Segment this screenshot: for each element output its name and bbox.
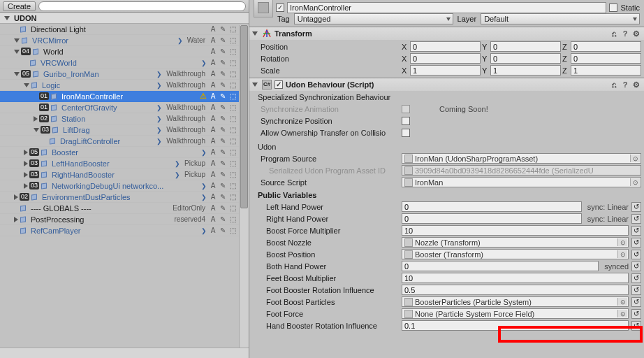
reset-value-button[interactable]: ↺ bbox=[631, 214, 641, 224]
lock-icon[interactable]: ⬚ bbox=[228, 92, 237, 101]
object-picker-icon[interactable]: ⊙ bbox=[617, 250, 627, 258]
edit-icon[interactable]: ✎ bbox=[218, 36, 228, 45]
lock-icon[interactable]: ⬚ bbox=[228, 136, 237, 146]
scrollbar-horizontal[interactable] bbox=[0, 348, 249, 358]
lock-icon[interactable]: ⬚ bbox=[228, 203, 237, 213]
hierarchy-item[interactable]: 03NetworkingDebugUi networkco...❯A✎⬚◉ bbox=[0, 180, 249, 192]
expand-toggle-icon[interactable] bbox=[14, 38, 20, 43]
prefab-arrow-icon[interactable]: ❯ bbox=[173, 160, 182, 167]
expand-toggle-icon[interactable] bbox=[14, 72, 20, 76]
layer-dropdown[interactable]: Default bbox=[481, 13, 640, 24]
hierarchy-item[interactable]: 01IronManController⚠A✎⬚◉ bbox=[0, 91, 249, 102]
object-reference-field[interactable]: Booster (Transform)⊙ bbox=[402, 249, 629, 259]
edit-icon[interactable]: ✎ bbox=[218, 181, 228, 191]
expand-toggle-icon[interactable] bbox=[24, 161, 28, 166]
lock-icon[interactable]: ⬚ bbox=[228, 114, 237, 124]
hierarchy-item[interactable]: 04WorldA✎⬚◉ bbox=[0, 46, 249, 57]
position-z-input[interactable]: 0 bbox=[571, 41, 641, 52]
scale-z-input[interactable]: 1 bbox=[571, 65, 641, 76]
lock-icon[interactable]: ⬚ bbox=[228, 170, 237, 180]
reset-value-button[interactable]: ↺ bbox=[631, 273, 641, 283]
lock-icon[interactable]: ⬚ bbox=[228, 69, 237, 79]
static-checkbox[interactable] bbox=[609, 3, 617, 12]
udon-header[interactable]: C# Udon Behaviour (Script) ⎌ ? ⚙ bbox=[249, 78, 644, 91]
position-y-input[interactable]: 0 bbox=[490, 41, 561, 52]
prefab-arrow-icon[interactable]: ❯ bbox=[200, 149, 208, 156]
object-reference-field[interactable]: None (Particle System Force Field)⊙ bbox=[402, 308, 629, 319]
expand-toggle-icon[interactable] bbox=[24, 172, 28, 178]
hierarchy-item[interactable]: 02EnvironmentDustParticles❯A✎⬚◉ bbox=[0, 192, 249, 203]
expand-toggle-icon[interactable] bbox=[24, 83, 29, 87]
edit-icon[interactable]: ✎ bbox=[218, 170, 228, 180]
static-toggle[interactable]: Static bbox=[609, 3, 640, 12]
expand-toggle-icon[interactable] bbox=[24, 183, 28, 189]
reset-value-button[interactable]: ↺ bbox=[631, 309, 641, 319]
edit-icon[interactable]: ✎ bbox=[218, 192, 228, 202]
object-picker-icon[interactable]: ⊙ bbox=[630, 155, 640, 162]
tag-dropdown[interactable]: Untagged bbox=[294, 13, 453, 24]
lock-icon[interactable]: ⬚ bbox=[228, 24, 237, 34]
gear-icon[interactable]: ⚙ bbox=[631, 29, 641, 38]
edit-icon[interactable]: ✎ bbox=[218, 136, 228, 146]
edit-icon[interactable]: ✎ bbox=[218, 125, 228, 135]
prefab-arrow-icon[interactable]: ❯ bbox=[176, 37, 184, 44]
rotation-y-input[interactable]: 0 bbox=[490, 53, 561, 64]
edit-icon[interactable]: ✎ bbox=[218, 92, 228, 101]
number-input[interactable]: 0.1 bbox=[402, 320, 629, 331]
prefab-arrow-icon[interactable]: ❯ bbox=[200, 194, 208, 201]
expand-toggle-icon[interactable] bbox=[34, 116, 38, 122]
hierarchy-item[interactable]: PostProcessingreserved4A✎⬚◉ bbox=[0, 214, 249, 225]
reset-value-button[interactable]: ↺ bbox=[631, 297, 641, 307]
hierarchy-item[interactable]: ---- GLOBALS ----EditorOnlyA✎⬚◉ bbox=[0, 203, 249, 214]
prefab-arrow-icon[interactable]: ❯ bbox=[155, 71, 163, 78]
hierarchy-item[interactable]: 05Booster❯A✎⬚◉ bbox=[0, 147, 249, 158]
lock-icon[interactable]: ⬚ bbox=[228, 36, 237, 45]
source-script-field[interactable]: IronMan⊙ bbox=[402, 177, 641, 187]
prefab-arrow-icon[interactable]: ❯ bbox=[200, 227, 208, 234]
object-picker-icon[interactable]: ⊙ bbox=[617, 298, 627, 306]
hierarchy-item[interactable]: 01CenterOfGravity❯WalkthroughA✎⬚◉ bbox=[0, 102, 249, 113]
hierarchy-item[interactable]: VRCMirror❯WaterA✎⬚◉ bbox=[0, 35, 249, 46]
number-input[interactable]: 0 bbox=[402, 213, 582, 224]
lock-icon[interactable]: ⬚ bbox=[228, 80, 237, 90]
hierarchy-item[interactable]: VRCWorld❯A✎⬚◉ bbox=[0, 57, 249, 69]
reset-value-button[interactable]: ↺ bbox=[631, 202, 641, 212]
lock-icon[interactable]: ⬚ bbox=[228, 58, 237, 68]
object-picker-icon[interactable]: ⊙ bbox=[617, 310, 627, 317]
hierarchy-item[interactable]: 03LiftDrag❯WalkthroughA✎⬚◉ bbox=[0, 124, 249, 136]
expand-toggle-icon[interactable] bbox=[14, 217, 18, 222]
scrollbar-thumb[interactable] bbox=[240, 25, 248, 208]
gear-icon[interactable]: ⚙ bbox=[631, 80, 641, 90]
expand-toggle-icon[interactable] bbox=[34, 128, 39, 132]
prefab-arrow-icon[interactable]: ❯ bbox=[155, 104, 163, 111]
edit-icon[interactable]: ✎ bbox=[218, 103, 228, 113]
edit-icon[interactable]: ✎ bbox=[218, 215, 228, 224]
hierarchy-item[interactable]: RefCamPlayer❯A✎⬚◉ bbox=[0, 225, 249, 236]
scale-x-input[interactable]: 1 bbox=[410, 65, 481, 76]
program-source-field[interactable]: IronMan (UdonSharpProgramAsset)⊙ bbox=[402, 153, 641, 164]
number-input[interactable]: 0 bbox=[402, 261, 599, 271]
rotation-z-input[interactable]: 0 bbox=[571, 53, 641, 64]
sync-pos-checkbox[interactable] bbox=[402, 117, 410, 125]
prefab-arrow-icon[interactable]: ❯ bbox=[155, 82, 163, 89]
edit-icon[interactable]: ✎ bbox=[218, 80, 228, 90]
reset-value-button[interactable]: ↺ bbox=[631, 321, 641, 331]
edit-icon[interactable]: ✎ bbox=[218, 58, 228, 68]
transform-header[interactable]: Transform ⎌ ? ⚙ bbox=[249, 27, 644, 40]
reset-value-button[interactable]: ↺ bbox=[631, 250, 641, 259]
position-x-input[interactable]: 0 bbox=[410, 41, 481, 52]
lock-icon[interactable]: ⬚ bbox=[228, 181, 237, 191]
lock-icon[interactable]: ⬚ bbox=[228, 103, 237, 113]
number-input[interactable]: 0.5 bbox=[402, 285, 629, 295]
lock-icon[interactable]: ⬚ bbox=[228, 226, 237, 236]
edit-icon[interactable]: ✎ bbox=[218, 148, 228, 157]
edit-icon[interactable]: ✎ bbox=[218, 24, 228, 34]
edit-icon[interactable]: ✎ bbox=[218, 203, 228, 213]
hierarchy-search[interactable] bbox=[38, 1, 246, 11]
scrollbar-vertical[interactable] bbox=[239, 25, 249, 358]
reset-value-button[interactable]: ↺ bbox=[631, 285, 641, 295]
reset-icon[interactable]: ⎌ bbox=[609, 80, 619, 90]
prefab-arrow-icon[interactable]: ❯ bbox=[200, 59, 208, 66]
expand-toggle-icon[interactable] bbox=[14, 50, 20, 54]
lock-icon[interactable]: ⬚ bbox=[228, 159, 237, 169]
